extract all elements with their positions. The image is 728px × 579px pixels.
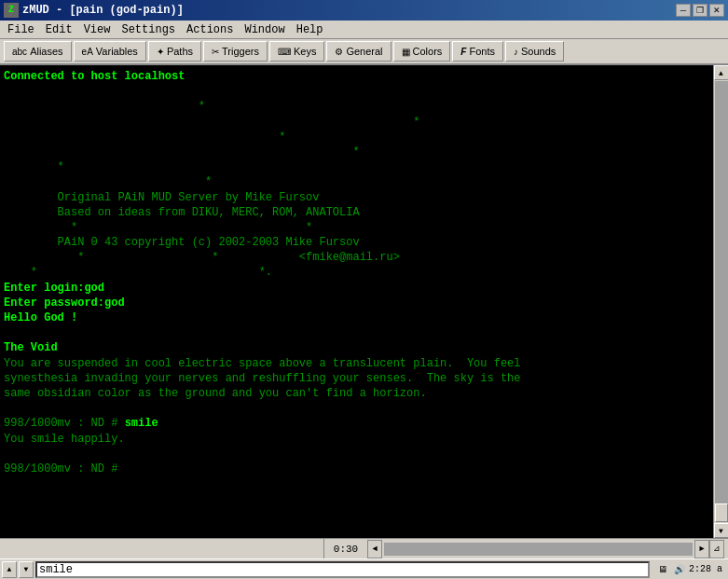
star2: * — [4, 116, 419, 129]
app-icon: Z — [4, 3, 19, 18]
variables-button[interactable]: eA Variables — [74, 41, 146, 62]
command-input[interactable] — [35, 561, 650, 578]
menu-edit[interactable]: Edit — [40, 21, 78, 38]
fonts-label: Fonts — [469, 46, 495, 57]
prompt2: 998/1000mv : ND # — [4, 462, 117, 476]
status-bar: 0:30 ◄ ► ⊿ — [0, 538, 728, 558]
sounds-icon: ♪ — [514, 47, 518, 57]
sounds-button[interactable]: ♪ Sounds — [505, 41, 564, 62]
void-desc3: same obsidian color as the ground and yo… — [4, 387, 427, 400]
speaker-icon: 🔊 — [672, 562, 687, 577]
scroll-up-button[interactable]: ▲ — [714, 65, 729, 80]
network-icon: 🖥 — [655, 562, 670, 577]
star8: Based on ideas from DIKU, MERC, ROM, ANA… — [4, 206, 360, 219]
status-scroll-left-button[interactable]: ◄ — [367, 540, 382, 558]
fonts-button[interactable]: F Fonts — [452, 41, 503, 62]
star12: * *. — [4, 266, 272, 279]
star5: * — [4, 160, 64, 173]
title-bar: Z zMUD - [pain (god-pain)] ─ ❐ ✕ — [0, 0, 728, 21]
input-scroll-down-button[interactable]: ▼ — [19, 561, 34, 578]
the-void: The Void — [4, 341, 58, 354]
paths-button[interactable]: ✦ Paths — [148, 41, 201, 62]
star4: * — [4, 145, 360, 159]
colors-button[interactable]: ▦ Colors — [393, 41, 451, 62]
input-scroll-up-button[interactable]: ▲ — [2, 561, 17, 578]
scroll-thumb[interactable] — [715, 503, 728, 522]
close-button[interactable]: ✕ — [709, 4, 724, 17]
hello-god: Hello God ! — [4, 311, 77, 324]
keys-icon: ⌨ — [278, 47, 291, 57]
status-resize-button[interactable]: ⊿ — [709, 540, 724, 558]
terminal[interactable]: Connected to host localhost * * * — [0, 65, 713, 538]
status-left — [4, 539, 324, 558]
variables-icon: eA — [82, 47, 93, 57]
aliases-button[interactable]: abc Aliases — [4, 41, 72, 62]
general-label: General — [346, 46, 382, 57]
star6: * — [4, 175, 212, 188]
window-title: zMUD - [pain (god-pain)] — [22, 4, 184, 17]
star10: PAiN 0 43 copyright (c) 2002-2003 Mike F… — [4, 236, 360, 249]
star11: * * <fmike@mail.ru> — [4, 251, 400, 264]
general-icon: ⚙ — [335, 47, 343, 57]
enter-password: Enter password:god — [4, 296, 125, 310]
system-time: 2:28 a — [689, 564, 722, 574]
star3: * — [4, 131, 285, 144]
menu-help[interactable]: Help — [291, 21, 329, 38]
restore-button[interactable]: ❐ — [693, 4, 707, 17]
menu-view[interactable]: View — [78, 21, 117, 38]
scrollbar: ▲ ▼ — [713, 65, 728, 538]
menu-window[interactable]: Window — [239, 21, 290, 38]
paths-label: Paths — [167, 46, 193, 57]
menu-settings[interactable]: Settings — [116, 21, 181, 38]
status-time: 0:30 — [324, 544, 367, 555]
general-button[interactable]: ⚙ General — [326, 41, 391, 62]
title-bar-left: Z zMUD - [pain (god-pain)] — [4, 3, 184, 18]
star7: Original PAiN MUD Server by Mike Fursov — [4, 191, 319, 204]
void-desc1: You are suspended in cool electric space… — [4, 357, 521, 370]
input-bar: ▲ ▼ 🖥 🔊 2:28 a — [0, 558, 728, 579]
star9: * * — [4, 221, 312, 234]
aliases-label: Aliases — [30, 46, 62, 57]
title-bar-buttons: ─ ❐ ✕ — [676, 4, 724, 17]
scroll-track — [715, 81, 728, 522]
menu-actions[interactable]: Actions — [181, 21, 239, 38]
variables-label: Variables — [96, 46, 138, 57]
main-area: Connected to host localhost * * * — [0, 65, 728, 538]
connected-text: Connected to host localhost — [4, 70, 185, 83]
enter-login: Enter login:god — [4, 282, 104, 295]
keys-label: Keys — [294, 46, 316, 57]
void-desc2: synesthesia invading your nerves and res… — [4, 372, 521, 385]
fonts-icon: F — [460, 47, 466, 57]
triggers-label: Triggers — [222, 46, 259, 57]
aliases-icon: abc — [12, 47, 27, 57]
triggers-icon: ✂ — [212, 47, 219, 57]
scroll-down-button[interactable]: ▼ — [714, 523, 729, 538]
sounds-label: Sounds — [521, 46, 556, 57]
toolbar: abc Aliases eA Variables ✦ Paths ✂ Trigg… — [0, 39, 728, 65]
star1: * — [4, 100, 205, 113]
minimize-button[interactable]: ─ — [676, 4, 691, 17]
sys-tray: 🖥 🔊 2:28 a — [652, 562, 726, 577]
keys-button[interactable]: ⌨ Keys — [269, 41, 324, 62]
status-scrollbar-track — [384, 543, 693, 556]
colors-label: Colors — [413, 46, 443, 57]
smile-reply: You smile happily. — [4, 433, 125, 446]
terminal-connected: Connected to host localhost * * * — [4, 69, 709, 476]
triggers-button[interactable]: ✂ Triggers — [203, 41, 268, 62]
menu-bar: File Edit View Settings Actions Window H… — [0, 21, 728, 39]
status-scroll-right-button[interactable]: ► — [694, 540, 709, 558]
paths-icon: ✦ — [157, 47, 164, 57]
colors-icon: ▦ — [402, 47, 410, 57]
menu-file[interactable]: File — [2, 21, 40, 38]
prompt1: 998/1000mv : ND # smile — [4, 417, 158, 430]
